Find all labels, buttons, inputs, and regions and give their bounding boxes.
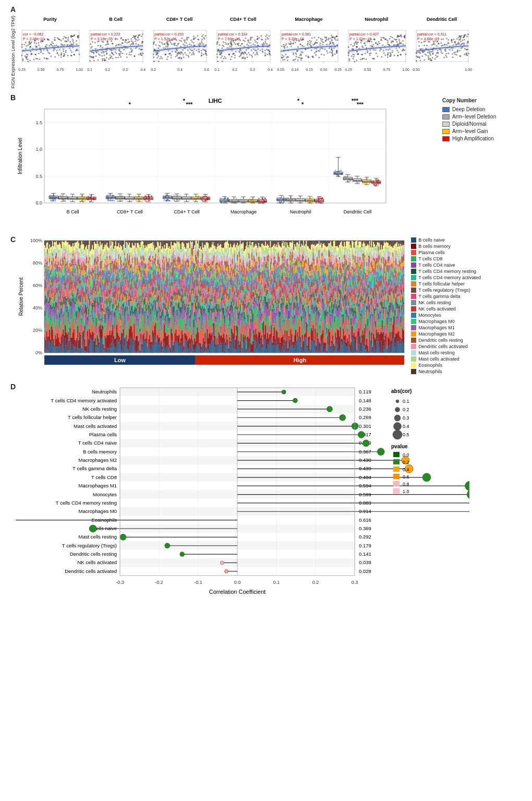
legend-dot-c-12 <box>411 313 416 318</box>
legend-item-c-9: T cells gamma delta <box>411 294 494 299</box>
legend-item-c-18: Mast cells resting <box>411 350 494 355</box>
stacked-bar-canvas <box>16 235 407 376</box>
legend-item-c-2: Plasma cells <box>411 250 494 255</box>
legend-item-deep-deletion: Deep Deletion <box>442 106 517 112</box>
legend-label-c-16: Dendritic cells resting <box>418 338 463 343</box>
legend-box-arm-gain <box>442 129 450 134</box>
legend-box-high-amp <box>442 136 450 141</box>
legend-label-c-13: Macrophages M0 <box>418 319 455 324</box>
legend-dot-c-4 <box>411 262 416 268</box>
legend-dot-c-0 <box>411 237 416 243</box>
legend-item-c-5: T cells CD4 memory resting <box>411 269 494 274</box>
panel-d: D <box>10 382 522 602</box>
legend-dot-c-20 <box>411 363 416 368</box>
legend-item-c-12: Monocytes <box>411 313 494 318</box>
legend-item-c-14: Macrophages M1 <box>411 325 494 330</box>
legend-label-c-15: Macrophages M2 <box>418 331 455 337</box>
panel-a-yaxis: FIGN Expression Level (log2 TPM) <box>10 16 16 88</box>
legend-dot-c-3 <box>411 256 416 261</box>
legend-label-arm-deletion: Arm−level Deletion <box>452 114 496 119</box>
legend-item-arm-deletion: Arm−level Deletion <box>442 114 517 119</box>
legend-item-c-15: Macrophages M2 <box>411 331 494 337</box>
scatter-plot-purity <box>17 16 83 73</box>
legend-label-c-7: T cells follicular helper <box>418 281 465 286</box>
legend-dot-c-8 <box>411 288 416 293</box>
legend-label-c-1: B cells memory <box>418 244 451 249</box>
legend-label-c-18: Mast cells resting <box>418 350 455 355</box>
scatter-plot-dendritic <box>411 16 473 73</box>
panel-a: A FIGN Expression Level (log2 TPM) <box>10 5 522 88</box>
legend-item-c-17: Dendritic cells activated <box>411 344 494 349</box>
legend-item-c-20: Eosinophils <box>411 363 494 368</box>
legend-label-c-19: Mast cells activated <box>418 356 460 362</box>
panel-b-legend: Copy Number Deep Deletion Arm−level Dele… <box>438 93 522 230</box>
legend-item-c-13: Macrophages M0 <box>411 319 494 324</box>
legend-item-c-10: NK cells resting <box>411 300 494 305</box>
legend-dot-c-18 <box>411 350 416 355</box>
legend-item-c-21: Neutrophils <box>411 369 494 374</box>
panel-d-label: D <box>10 382 16 391</box>
legend-box-arm-deletion <box>442 114 450 119</box>
panel-a-label: A <box>10 5 522 14</box>
legend-label-c-10: NK cells resting <box>418 300 451 305</box>
legend-label-c-3: T cells CD8 <box>418 256 442 261</box>
legend-label-c-2: Plasma cells <box>418 250 445 255</box>
panel-b-label: B <box>10 93 16 228</box>
legend-item-c-7: T cells follicular helper <box>411 281 494 286</box>
legend-label-c-4: T cells CD4 naive <box>418 262 455 268</box>
legend-item-arm-gain: Arm−level Gain <box>442 128 517 134</box>
legend-item-c-3: T cells CD8 <box>411 256 494 261</box>
c-legend-container: B cells naiveB cells memoryPlasma cellsT… <box>411 237 494 374</box>
legend-label-c-12: Monocytes <box>418 313 441 318</box>
legend-dot-c-16 <box>411 338 416 343</box>
legend-label-c-11: NK cells activated <box>418 306 456 312</box>
legend-label-c-0: B cells naive <box>418 237 445 243</box>
figure-container: A FIGN Expression Level (log2 TPM) B Cop… <box>0 0 532 607</box>
stacked-bar-legend: B cells naiveB cells memoryPlasma cellsT… <box>407 235 498 377</box>
legend-label-c-21: Neutrophils <box>418 369 442 374</box>
legend-item-c-19: Mast cells activated <box>411 356 494 362</box>
legend-dot-c-5 <box>411 269 416 274</box>
scatter-plot-cd8t <box>148 16 211 73</box>
legend-box-diploid <box>442 122 450 127</box>
lollipop-canvas <box>16 382 469 602</box>
legend-label-diploid: Diploid/Normal <box>452 121 487 127</box>
scatter-row <box>17 16 473 73</box>
legend-dot-c-1 <box>411 244 416 249</box>
legend-dot-c-9 <box>411 294 416 299</box>
legend-label-c-14: Macrophages M1 <box>418 325 455 330</box>
scatter-plot-neutrophil <box>343 16 410 73</box>
legend-dot-c-2 <box>411 250 416 255</box>
legend-item-c-11: NK cells activated <box>411 306 494 312</box>
legend-label-deep-deletion: Deep Deletion <box>452 106 485 112</box>
legend-item-c-1: B cells memory <box>411 244 494 249</box>
legend-dot-c-14 <box>411 325 416 330</box>
panel-b: B Copy Number Deep Deletion Arm−level De… <box>10 93 522 230</box>
legend-item-high-amp: High Amplification <box>442 136 517 141</box>
legend-dot-c-17 <box>411 344 416 349</box>
legend-dot-c-15 <box>411 331 416 337</box>
legend-dot-c-11 <box>411 306 416 312</box>
scatter-plot-macrophage <box>275 16 342 73</box>
panel-c: C B cells naiveB cells memoryPlasma cell… <box>10 235 522 377</box>
legend-title: Copy Number <box>442 98 517 103</box>
legend-label-c-5: T cells CD4 memory resting <box>418 269 476 274</box>
legend-box-deep-deletion <box>442 107 450 112</box>
legend-item-c-4: T cells CD4 naive <box>411 262 494 268</box>
legend-label-c-17: Dendritic cells activated <box>418 344 468 349</box>
legend-item-c-16: Dendritic cells resting <box>411 338 494 343</box>
legend-dot-c-21 <box>411 369 416 374</box>
scatter-plot-cd4t <box>212 16 274 73</box>
legend-dot-c-10 <box>411 300 416 305</box>
legend-dot-c-6 <box>411 275 416 280</box>
legend-item-c-0: B cells naive <box>411 237 494 243</box>
legend-label-c-9: T cells gamma delta <box>418 294 460 299</box>
legend-label-c-20: Eosinophils <box>418 363 442 368</box>
panel-c-label: C <box>10 235 16 244</box>
legend-label-high-amp: High Amplification <box>452 136 493 141</box>
legend-label-c-8: T cells regulatory (Tregs) <box>418 288 470 293</box>
legend-dot-c-19 <box>411 356 416 362</box>
legend-dot-c-7 <box>411 281 416 286</box>
scatter-plot-bcell <box>84 16 147 73</box>
legend-label-c-6: T cells CD4 memory activated <box>418 275 481 280</box>
